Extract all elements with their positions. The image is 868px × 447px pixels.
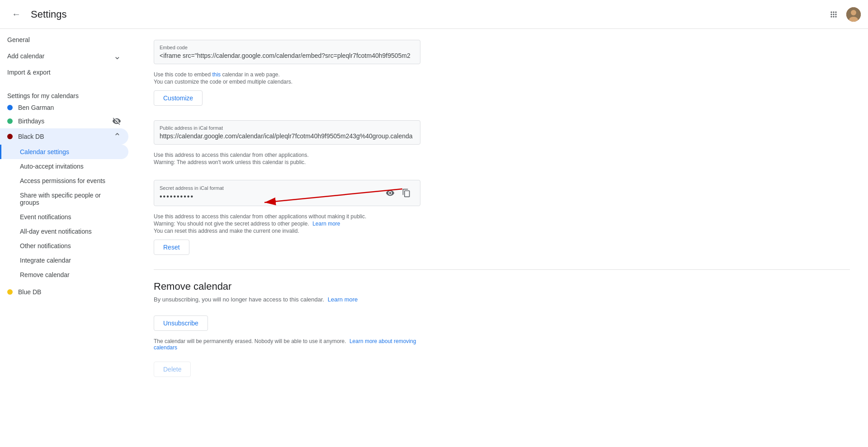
sidebar-sub-item-event-notifications[interactable]: Event notifications: [0, 210, 128, 224]
remove-subtext-prefix: By unsubscribing, you will no longer hav…: [154, 296, 324, 303]
embed-code-field-container: Embed code <iframe src="https://calendar…: [154, 40, 420, 64]
secret-value: ••••••••••: [160, 193, 382, 201]
ical-field-container: Public address in iCal format https://ca…: [154, 120, 420, 145]
eye-icon: [386, 188, 395, 198]
birthdays-label: Birthdays: [18, 118, 44, 125]
permanent-note: The calendar will be permanently erased.…: [154, 338, 420, 351]
sidebar: General Add calendar ⌄ Import & export S…: [0, 29, 136, 447]
reset-button[interactable]: Reset: [154, 240, 189, 255]
copy-secret-button[interactable]: [398, 185, 415, 201]
sidebar-item-add-calendar[interactable]: Add calendar ⌄: [0, 47, 128, 65]
secret-address-section: Secret address in iCal format ••••••••••: [154, 180, 850, 255]
black-db-chevron-up: ⌃: [113, 131, 121, 142]
ical-helper1: Use this address to access this calendar…: [154, 152, 420, 158]
copy-icon: [402, 188, 411, 198]
remove-calendar-section: Remove calendar By unsubscribing, you wi…: [154, 281, 850, 381]
event-notifications-label: Event notifications: [20, 213, 71, 221]
eye-slash-icon: [112, 117, 121, 126]
embed-code-label: Embed code: [160, 45, 415, 50]
import-export-label: Import & export: [7, 69, 51, 76]
embed-code-value[interactable]: <iframe src="https://calendar.google.com…: [160, 52, 415, 59]
back-button[interactable]: ←: [7, 5, 25, 24]
sidebar-sub-item-other-notifications[interactable]: Other notifications: [0, 239, 128, 253]
section-divider: [154, 269, 850, 270]
top-bar: ← Settings: [0, 0, 868, 29]
embed-helper1-rest: calendar in a web page.: [222, 71, 279, 78]
remove-calendar-label: Remove calendar: [20, 271, 70, 278]
apps-grid-button[interactable]: [825, 5, 843, 24]
sidebar-item-black-db[interactable]: Black DB ⌃: [0, 128, 128, 145]
blue-db-label: Blue DB: [18, 288, 41, 296]
general-label: General: [7, 36, 30, 43]
ical-value[interactable]: https://calendar.google.com/calendar/ica…: [160, 132, 415, 140]
avatar-image: [846, 7, 861, 22]
black-db-dot: [7, 134, 13, 139]
remove-calendar-heading: Remove calendar: [154, 281, 850, 292]
grid-icon: [829, 10, 838, 19]
sidebar-sub-item-calendar-settings[interactable]: Calendar settings: [0, 145, 128, 159]
embed-helper2-text: You can customize the code or embed mult…: [154, 79, 420, 85]
ical-label: Public address in iCal format: [160, 125, 415, 131]
secret-reset-note: You can reset this address and make the …: [154, 228, 420, 234]
secret-warning: Warning: You should not give the secret …: [154, 221, 420, 227]
cal-label-row: Ben Garman: [7, 104, 121, 111]
sidebar-sub-item-integrate-calendar[interactable]: Integrate calendar: [0, 253, 128, 268]
user-avatar[interactable]: [846, 7, 861, 22]
add-calendar-label: Add calendar: [7, 52, 45, 60]
embed-helper1: Use this code to embed: [154, 71, 211, 78]
add-calendar-chevron: ⌄: [113, 51, 121, 61]
calendar-settings-label: Calendar settings: [20, 148, 69, 155]
secret-helper1: Use this address to access this calendar…: [154, 213, 420, 220]
secret-warning-prefix: Warning: You should not give the secret …: [154, 221, 309, 227]
ical-section: Public address in iCal format https://ca…: [154, 120, 850, 165]
allday-notifications-label: All-day event notifications: [20, 228, 92, 235]
main-layout: General Add calendar ⌄ Import & export S…: [0, 29, 868, 447]
top-bar-right: [825, 5, 861, 24]
other-notifications-label: Other notifications: [20, 242, 71, 249]
settings-section-label: Settings for my calendars: [0, 87, 136, 101]
sidebar-sub-item-share-specific[interactable]: Share with specific people or groups: [0, 188, 128, 210]
embed-code-section: Embed code <iframe src="https://calendar…: [154, 40, 850, 106]
top-bar-left: ← Settings: [7, 5, 825, 24]
sidebar-sub-item-auto-accept[interactable]: Auto-accept invitations: [0, 159, 128, 174]
permanent-note-prefix: The calendar will be permanently erased.…: [154, 338, 346, 344]
embed-this-link[interactable]: this: [212, 71, 221, 78]
share-specific-label: Share with specific people or groups: [20, 192, 101, 206]
ben-garman-label: Ben Garman: [18, 104, 54, 111]
sidebar-sub-item-remove-calendar[interactable]: Remove calendar: [0, 268, 128, 282]
delete-button-partial[interactable]: Delete: [154, 362, 191, 377]
birthdays-dot: [7, 118, 13, 124]
embed-helper-text: Use this code to embed this calendar in …: [154, 71, 420, 78]
cal-label-row-blue-db: Blue DB: [7, 288, 121, 296]
sidebar-item-import-export[interactable]: Import & export: [0, 65, 128, 80]
svg-point-1: [851, 10, 856, 15]
embed-code-group: Embed code <iframe src="https://calendar…: [154, 40, 850, 64]
secret-label: Secret address in iCal format: [160, 185, 382, 191]
secret-field-inner: Secret address in iCal format ••••••••••: [160, 185, 382, 201]
content-area: Embed code <iframe src="https://calendar…: [136, 29, 868, 447]
cal-label-row-black-db: Black DB: [7, 133, 108, 140]
secret-field-container: Secret address in iCal format ••••••••••: [154, 180, 420, 206]
sidebar-sub-item-access-permissions[interactable]: Access permissions for events: [0, 174, 128, 188]
unsubscribe-button[interactable]: Unsubscribe: [154, 315, 208, 331]
auto-accept-label: Auto-accept invitations: [20, 163, 84, 170]
cal-label-row-birthdays: Birthdays: [7, 118, 107, 125]
sidebar-item-ben-garman[interactable]: Ben Garman: [0, 101, 128, 114]
sidebar-item-birthdays[interactable]: Birthdays: [0, 114, 128, 128]
sidebar-item-general[interactable]: General: [0, 33, 128, 47]
delete-btn-partial-container: Delete: [154, 356, 850, 381]
ical-warning: Warning: The address won't work unless t…: [154, 159, 420, 165]
customize-button[interactable]: Customize: [154, 90, 203, 106]
sidebar-item-blue-db[interactable]: Blue DB: [0, 286, 128, 298]
learn-more-secret-link[interactable]: Learn more: [312, 221, 340, 227]
remove-learn-more-link[interactable]: Learn more: [328, 296, 358, 303]
show-secret-button[interactable]: [382, 185, 398, 201]
access-permissions-label: Access permissions for events: [20, 177, 105, 184]
black-db-label: Black DB: [18, 133, 44, 140]
integrate-calendar-label: Integrate calendar: [20, 257, 71, 264]
ben-garman-dot: [7, 105, 13, 110]
page-title: Settings: [31, 9, 67, 20]
sidebar-sub-item-allday-notifications[interactable]: All-day event notifications: [0, 224, 128, 239]
ical-group: Public address in iCal format https://ca…: [154, 120, 850, 145]
secret-address-group: Secret address in iCal format ••••••••••: [154, 180, 850, 206]
